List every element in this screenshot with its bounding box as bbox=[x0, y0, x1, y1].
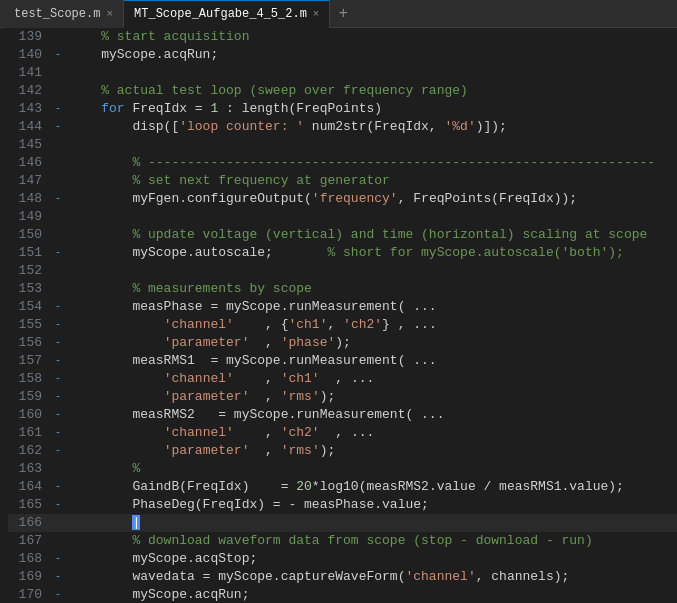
gutter-cell: - bbox=[50, 496, 66, 514]
code-area[interactable]: 139 % start acquisition140- myScope.acqR… bbox=[0, 28, 677, 603]
gutter-cell bbox=[50, 226, 66, 244]
line-number: 161 bbox=[8, 424, 50, 442]
code-line: 151- myScope.autoscale; % short for mySc… bbox=[8, 244, 677, 262]
line-number: 166 bbox=[8, 514, 50, 532]
line-number: 165 bbox=[8, 496, 50, 514]
line-number: 143 bbox=[8, 100, 50, 118]
tab-test-scope[interactable]: test_Scope.m × bbox=[4, 0, 124, 28]
code-content: % bbox=[66, 460, 677, 478]
code-line: 157- measRMS1 = myScope.runMeasurement( … bbox=[8, 352, 677, 370]
code-line: 142 % actual test loop (sweep over frequ… bbox=[8, 82, 677, 100]
code-content bbox=[66, 64, 677, 82]
code-content: wavedata = myScope.captureWaveForm('chan… bbox=[66, 568, 677, 586]
gutter-cell: - bbox=[50, 550, 66, 568]
code-line: 161- 'channel' , 'ch2' , ... bbox=[8, 424, 677, 442]
line-number: 146 bbox=[8, 154, 50, 172]
code-line: 169- wavedata = myScope.captureWaveForm(… bbox=[8, 568, 677, 586]
code-content: 'channel' , 'ch1' , ... bbox=[66, 370, 677, 388]
code-content: myScope.acqStop; bbox=[66, 550, 677, 568]
line-number: 155 bbox=[8, 316, 50, 334]
code-line: 165- PhaseDeg(FreqIdx) = - measPhase.val… bbox=[8, 496, 677, 514]
code-line: 139 % start acquisition bbox=[8, 28, 677, 46]
code-line: 155- 'channel' , {'ch1', 'ch2'} , ... bbox=[8, 316, 677, 334]
code-content: 'parameter' , 'rms'); bbox=[66, 442, 677, 460]
gutter-cell: - bbox=[50, 46, 66, 64]
gutter-cell bbox=[50, 136, 66, 154]
code-content: myFgen.configureOutput('frequency', Freq… bbox=[66, 190, 677, 208]
gutter-cell: - bbox=[50, 244, 66, 262]
line-number: 163 bbox=[8, 460, 50, 478]
code-content: disp(['loop counter: ' num2str(FreqIdx, … bbox=[66, 118, 677, 136]
gutter-cell bbox=[50, 280, 66, 298]
code-line: 160- measRMS2 = myScope.runMeasurement( … bbox=[8, 406, 677, 424]
code-content: measPhase = myScope.runMeasurement( ... bbox=[66, 298, 677, 316]
gutter-cell bbox=[50, 514, 66, 532]
gutter-cell: - bbox=[50, 316, 66, 334]
line-number: 140 bbox=[8, 46, 50, 64]
code-content bbox=[66, 208, 677, 226]
gutter-cell bbox=[50, 28, 66, 46]
add-tab-button[interactable]: + bbox=[330, 0, 356, 28]
gutter-cell: - bbox=[50, 118, 66, 136]
code-content: % download waveform data from scope (sto… bbox=[66, 532, 677, 550]
gutter-cell: - bbox=[50, 298, 66, 316]
code-line: 164- GaindB(FreqIdx) = 20*log10(measRMS2… bbox=[8, 478, 677, 496]
code-content: measRMS1 = myScope.runMeasurement( ... bbox=[66, 352, 677, 370]
tab-mt-scope[interactable]: MT_Scope_Aufgabe_4_5_2.m × bbox=[124, 0, 330, 28]
line-number: 152 bbox=[8, 262, 50, 280]
code-line: 167 % download waveform data from scope … bbox=[8, 532, 677, 550]
code-content bbox=[66, 136, 677, 154]
gutter-cell: - bbox=[50, 370, 66, 388]
gutter-cell: - bbox=[50, 190, 66, 208]
code-content bbox=[66, 262, 677, 280]
code-line: 162- 'parameter' , 'rms'); bbox=[8, 442, 677, 460]
line-number: 169 bbox=[8, 568, 50, 586]
gutter-cell bbox=[50, 154, 66, 172]
code-content: GaindB(FreqIdx) = 20*log10(measRMS2.valu… bbox=[66, 478, 677, 496]
gutter-cell: - bbox=[50, 388, 66, 406]
code-line: 140- myScope.acqRun; bbox=[8, 46, 677, 64]
code-content: 'channel' , {'ch1', 'ch2'} , ... bbox=[66, 316, 677, 334]
gutter-cell bbox=[50, 532, 66, 550]
line-number: 157 bbox=[8, 352, 50, 370]
gutter-cell: - bbox=[50, 442, 66, 460]
code-line: 143- for FreqIdx = 1 : length(FreqPoints… bbox=[8, 100, 677, 118]
code-content: | bbox=[66, 514, 677, 532]
code-line: 156- 'parameter' , 'phase'); bbox=[8, 334, 677, 352]
tab-bar: test_Scope.m × MT_Scope_Aufgabe_4_5_2.m … bbox=[0, 0, 677, 28]
gutter-cell: - bbox=[50, 424, 66, 442]
code-content: measRMS2 = myScope.runMeasurement( ... bbox=[66, 406, 677, 424]
code-content: 'parameter' , 'phase'); bbox=[66, 334, 677, 352]
gutter-cell bbox=[50, 64, 66, 82]
line-number: 149 bbox=[8, 208, 50, 226]
gutter-cell: - bbox=[50, 478, 66, 496]
line-number: 145 bbox=[8, 136, 50, 154]
code-content: % actual test loop (sweep over frequency… bbox=[66, 82, 677, 100]
line-number: 142 bbox=[8, 82, 50, 100]
line-number: 153 bbox=[8, 280, 50, 298]
tab-label: MT_Scope_Aufgabe_4_5_2.m bbox=[134, 7, 307, 21]
line-number: 156 bbox=[8, 334, 50, 352]
tab-close-icon[interactable]: × bbox=[106, 8, 113, 20]
gutter-cell: - bbox=[50, 100, 66, 118]
code-content: myScope.acqRun; bbox=[66, 586, 677, 603]
code-content: 'parameter' , 'rms'); bbox=[66, 388, 677, 406]
code-content: % update voltage (vertical) and time (ho… bbox=[66, 226, 677, 244]
gutter-cell bbox=[50, 82, 66, 100]
gutter-cell bbox=[50, 460, 66, 478]
code-content: myScope.acqRun; bbox=[66, 46, 677, 64]
code-content: PhaseDeg(FreqIdx) = - measPhase.value; bbox=[66, 496, 677, 514]
code-line: 150 % update voltage (vertical) and time… bbox=[8, 226, 677, 244]
line-number: 168 bbox=[8, 550, 50, 568]
code-content: for FreqIdx = 1 : length(FreqPoints) bbox=[66, 100, 677, 118]
line-number: 170 bbox=[8, 586, 50, 603]
line-number: 144 bbox=[8, 118, 50, 136]
line-number: 159 bbox=[8, 388, 50, 406]
code-line: 147 % set next frequency at generator bbox=[8, 172, 677, 190]
code-line: 146 % ----------------------------------… bbox=[8, 154, 677, 172]
code-line: 163 % bbox=[8, 460, 677, 478]
tab-close-icon[interactable]: × bbox=[313, 8, 320, 20]
gutter-cell bbox=[50, 208, 66, 226]
gutter-cell: - bbox=[50, 352, 66, 370]
gutter-cell: - bbox=[50, 568, 66, 586]
